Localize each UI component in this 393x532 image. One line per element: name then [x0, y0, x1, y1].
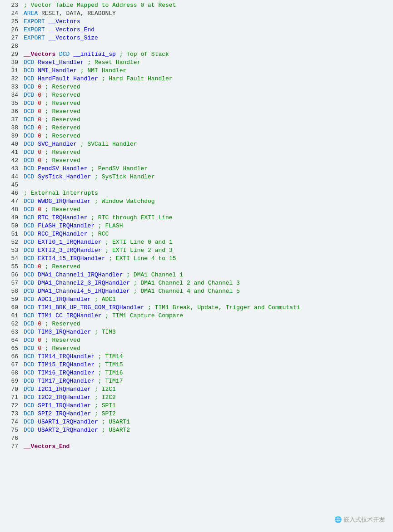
code-token: DCD [24, 92, 38, 99]
code-line: 38 DCD 0 ; Reserved [0, 124, 393, 133]
code-token: __Vectors_End [49, 26, 95, 33]
code-token: SVC_Handler [38, 141, 77, 148]
code-line: 63 DCD TIM3_IRQHandler ; TIM3 [0, 329, 393, 337]
code-token: ; RTC through EXTI Line [87, 214, 172, 221]
code-token: ; PendSV Handler [87, 165, 148, 172]
code-line: 57 DCD DMA1_Channel2_3_IRQHandler ; DMA1… [0, 280, 393, 288]
line-content: DCD SPI1_IRQHandler ; SPI1 [24, 402, 389, 409]
line-content: DCD DMA1_Channel4_5_IRQHandler ; DMA1 Ch… [24, 288, 389, 295]
code-token: ; DMA1 Channel 2 and Channel 3 [130, 280, 240, 286]
code-token: DCD [24, 157, 38, 164]
code-token: ; TIM1 Break, Update, Trigger and Commut… [144, 304, 300, 311]
line-number: 32 [4, 75, 18, 82]
code-token: ; Reserved [41, 124, 80, 131]
code-token: DCD [24, 410, 38, 417]
code-token: 0 [38, 84, 41, 90]
code-token: ; Window Watchdog [91, 198, 154, 205]
code-token: DCD [24, 116, 38, 123]
code-line: 30 DCD Reset_Handler ; Reset Handler [0, 59, 393, 67]
code-token: AREA [24, 10, 41, 17]
code-token: DCD [24, 100, 38, 107]
code-token: Reset_Handler [38, 59, 84, 66]
code-token: TIM1_BRK_UP_TRG_COM_IRQHandler [38, 304, 144, 311]
code-token: ; Reserved [41, 320, 80, 327]
line-content: DCD TIM15_IRQHandler ; TIM15 [24, 361, 389, 368]
code-line: 37 DCD 0 ; Reserved [0, 116, 393, 124]
code-token: DCD [24, 231, 38, 237]
code-token: ; Reserved [41, 100, 80, 107]
code-token: DCD [24, 67, 38, 74]
line-content: DCD TIM16_IRQHandler ; TIM16 [24, 369, 389, 376]
line-content: DCD 0 ; Reserved [24, 124, 389, 131]
code-token: ; EXTI Line 0 and 1 [102, 239, 173, 246]
code-line: 58 DCD DMA1_Channel4_5_IRQHandler ; DMA1… [0, 288, 393, 296]
code-token: DCD [24, 59, 38, 66]
code-token: 0 [38, 108, 41, 115]
code-token: EXTI0_1_IRQHandler [38, 239, 101, 246]
line-number: 73 [4, 410, 18, 417]
line-content: DCD 0 ; Reserved [24, 337, 389, 344]
code-token: EXPORT [24, 26, 49, 33]
code-token: DCD [24, 402, 38, 409]
code-line: 27 EXPORT __Vectors_Size [0, 34, 393, 43]
code-token: DCD [24, 386, 38, 393]
code-token: __Vectors [49, 18, 80, 25]
line-number: 46 [4, 190, 18, 197]
code-token: ; Reserved [41, 133, 80, 139]
line-content: DCD 0 ; Reserved [24, 84, 389, 90]
code-token: ; Reserved [41, 108, 80, 115]
code-token: ; Reserved [41, 149, 80, 156]
line-content: DCD EXTI4_15_IRQHandler ; EXTI Line 4 to… [24, 255, 389, 262]
code-token: ; Hard Fault Handler [98, 75, 173, 82]
line-number: 50 [4, 222, 18, 229]
line-number: 66 [4, 353, 18, 360]
line-content: DCD TIM1_CC_IRQHandler ; TIM1 Capture Co… [24, 312, 389, 319]
line-number: 74 [4, 419, 18, 425]
line-content [24, 43, 389, 49]
code-line: 65 DCD 0 ; Reserved [0, 345, 393, 353]
line-number: 52 [4, 239, 18, 246]
code-token: TIM17_IRQHandler [38, 378, 95, 384]
code-token: WWDG_IRQHandler [38, 198, 91, 205]
code-token: ; Reserved [41, 84, 80, 90]
line-number: 29 [4, 51, 18, 58]
line-content: DCD EXTI0_1_IRQHandler ; EXTI Line 0 and… [24, 239, 389, 246]
line-number: 26 [4, 26, 18, 33]
code-line: 74 DCD USART1_IRQHandler ; USART1 [0, 419, 393, 427]
code-token: DCD [24, 214, 38, 221]
code-token: SysTick_Handler [38, 173, 91, 180]
line-number: 43 [4, 165, 18, 172]
code-token: ; TIM3 [91, 329, 116, 335]
code-token: 0 [38, 149, 41, 156]
code-token: 0 [38, 133, 41, 139]
code-line: 35 DCD 0 ; Reserved [0, 100, 393, 108]
line-content: DCD I2C2_IRQHandler ; I2C2 [24, 394, 389, 401]
code-token: DCD [24, 263, 38, 270]
line-number: 31 [4, 67, 18, 74]
line-number: 63 [4, 329, 18, 335]
line-content [24, 182, 389, 188]
code-token: 0 [38, 100, 41, 107]
line-content: DCD 0 ; Reserved [24, 108, 389, 115]
line-content: DCD 0 ; Reserved [24, 263, 389, 270]
code-token: DCD [24, 222, 38, 229]
code-token: ; TIM1 Capture Compare [102, 312, 183, 319]
code-token: ; RCC [87, 231, 109, 237]
code-token: RESET, DATA, READONLY [41, 10, 116, 17]
line-number: 53 [4, 247, 18, 254]
code-token: 0 [38, 92, 41, 99]
line-number: 71 [4, 394, 18, 401]
line-content: DCD TIM14_IRQHandler ; TIM14 [24, 353, 389, 360]
line-content: DCD 0 ; Reserved [24, 320, 389, 327]
code-line: 36 DCD 0 ; Reserved [0, 108, 393, 116]
code-token: DCD [24, 141, 38, 148]
line-content: DCD TIM17_IRQHandler ; TIM17 [24, 378, 389, 384]
line-number: 44 [4, 173, 18, 180]
code-line: 42 DCD 0 ; Reserved [0, 157, 393, 165]
code-line: 47 DCD WWDG_IRQHandler ; Window Watchdog [0, 198, 393, 206]
code-line: 68 DCD TIM16_IRQHandler ; TIM16 [0, 369, 393, 378]
code-token: ; USART1 [98, 419, 130, 425]
code-line: 75 DCD USART2_IRQHandler ; USART2 [0, 427, 393, 435]
code-token: __initial_sp [73, 51, 116, 58]
line-content: DCD 0 ; Reserved [24, 116, 389, 123]
